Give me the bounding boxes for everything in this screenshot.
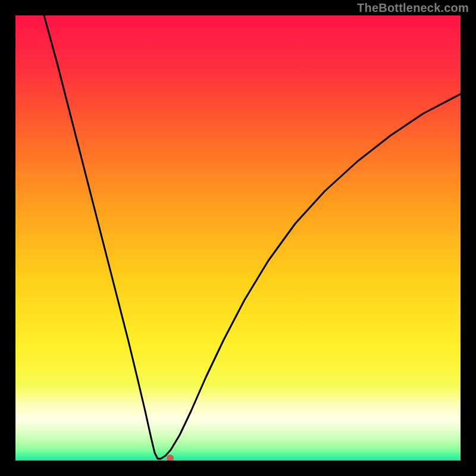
svg-rect-0	[15, 15, 461, 461]
chart-container: TheBottleneck.com	[0, 0, 476, 476]
watermark-text: TheBottleneck.com	[357, 1, 469, 15]
background-gradient	[15, 15, 461, 461]
plot-area	[15, 15, 461, 461]
